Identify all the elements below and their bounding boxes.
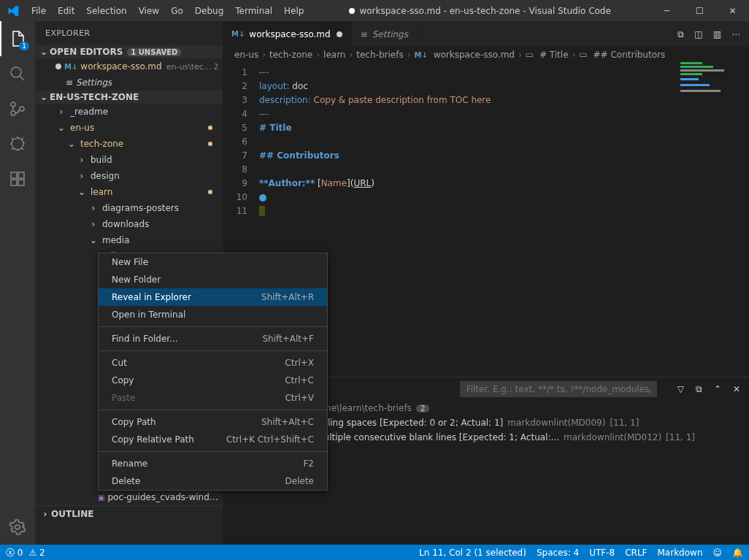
window-title: workspace-sso.md - en-us-tech-zone - Vis… <box>310 6 650 16</box>
open-editor-item[interactable]: ≡ Settings <box>35 74 223 91</box>
tab-settings[interactable]: ≡ Settings <box>352 21 418 47</box>
svg-point-2 <box>11 111 15 115</box>
settings-gear-icon[interactable] <box>0 510 35 545</box>
minimize-button[interactable]: ─ <box>650 0 683 21</box>
separator <box>99 326 327 327</box>
menu-debug[interactable]: Debug <box>189 2 229 20</box>
chevron-down-icon: ⌄ <box>66 139 77 149</box>
folder-item[interactable]: ⌄en-us <box>35 120 223 136</box>
ctx-delete[interactable]: DeleteDelete <box>99 472 327 490</box>
svg-rect-16 <box>680 90 721 92</box>
markdown-file-icon: M↓ <box>414 51 427 59</box>
ctx-cut[interactable]: CutCtrl+X <box>99 354 327 372</box>
editor-actions: ⧉ ◫ ▥ ⋯ <box>669 21 749 47</box>
workspace-header[interactable]: ⌄ EN-US-TECH-ZONE <box>35 91 223 104</box>
settings-icon: ≡ <box>361 29 368 39</box>
explorer-badge: 1 <box>19 42 29 50</box>
svg-point-9 <box>15 525 20 529</box>
chevron-up-icon[interactable]: ⌃ <box>714 384 721 394</box>
tab-bar: M↓ workspace-sso.md ≡ Settings ⧉ ◫ ▥ ⋯ <box>223 21 749 47</box>
open-preview-icon[interactable]: ⧉ <box>677 29 684 39</box>
menu-help[interactable]: Help <box>278 2 310 20</box>
open-preview-side-icon[interactable]: ◫ <box>694 29 702 39</box>
separator <box>99 350 327 351</box>
menu-file[interactable]: File <box>26 2 52 20</box>
language-status[interactable]: Markdown <box>658 548 703 558</box>
open-editor-item[interactable]: M↓ workspace-sso.md en-us\tec... 2 <box>35 58 223 74</box>
source-control-activity-icon[interactable] <box>0 91 35 126</box>
problems-filter-input[interactable] <box>460 381 657 397</box>
outline-header[interactable]: ›OUTLINE <box>35 505 223 522</box>
folder-item[interactable]: ⌄learn <box>35 184 223 200</box>
heading-icon: ▭ <box>526 50 534 60</box>
menu-selection[interactable]: Selection <box>80 2 132 20</box>
vscode-logo-icon <box>0 5 26 17</box>
ctx-rename[interactable]: RenameF2 <box>99 455 327 472</box>
folder-item[interactable]: ›diagrams-posters <box>35 200 223 216</box>
ctx-copy-path[interactable]: Copy PathShift+Alt+C <box>99 413 327 431</box>
ctx-copy[interactable]: CopyCtrl+C <box>99 372 327 389</box>
ctx-reveal-in-explorer[interactable]: Reveal in ExplorerShift+Alt+R <box>99 288 327 306</box>
modified-indicator-icon <box>208 126 212 130</box>
lightbulb-icon[interactable] <box>259 194 266 202</box>
modified-indicator-icon <box>208 190 212 194</box>
split-editor-icon[interactable]: ▥ <box>713 29 721 39</box>
notifications-icon[interactable]: 🔔 <box>732 548 743 558</box>
search-activity-icon[interactable] <box>0 56 35 91</box>
folder-item[interactable]: ⌄media <box>35 232 223 248</box>
markdown-file-icon: M↓ <box>231 30 245 38</box>
unsaved-dot-icon <box>349 8 355 14</box>
indentation-status[interactable]: Spaces: 4 <box>537 548 579 558</box>
chevron-right-icon: › <box>76 155 88 165</box>
chevron-right-icon: › <box>88 219 99 229</box>
svg-rect-13 <box>680 73 702 75</box>
unsaved-badge: 1 UNSAVED <box>127 48 181 56</box>
menu-view[interactable]: View <box>133 2 165 20</box>
close-button[interactable]: ✕ <box>716 0 749 21</box>
extensions-activity-icon[interactable] <box>0 161 35 196</box>
cursor-position-status[interactable]: Ln 11, Col 2 (1 selected) <box>419 548 526 558</box>
activity-bar: 1 <box>0 21 35 545</box>
ctx-new-file[interactable]: New File <box>99 253 327 271</box>
menu-go[interactable]: Go <box>165 2 189 20</box>
explorer-activity-icon[interactable]: 1 <box>0 21 35 56</box>
encoding-status[interactable]: UTF-8 <box>589 548 615 558</box>
editor-content[interactable]: --- layout: doc description: Copy & past… <box>259 63 749 377</box>
menu-edit[interactable]: Edit <box>52 2 80 20</box>
folder-item[interactable]: ›downloads <box>35 216 223 232</box>
warnings-status[interactable]: ⚠ 2 <box>28 548 45 558</box>
ctx-new-folder[interactable]: New Folder <box>99 271 327 288</box>
close-panel-icon[interactable]: ✕ <box>733 384 740 394</box>
minimap[interactable] <box>680 62 739 135</box>
chevron-down-icon: ⌄ <box>76 187 88 197</box>
debug-activity-icon[interactable] <box>0 126 35 161</box>
maximize-button[interactable]: ☐ <box>683 0 716 21</box>
modified-indicator-icon <box>208 142 212 146</box>
chevron-down-icon: ⌄ <box>38 47 50 57</box>
more-actions-icon[interactable]: ⋯ <box>731 29 740 39</box>
tab-workspace-sso[interactable]: M↓ workspace-sso.md <box>223 21 352 47</box>
feedback-icon[interactable]: ☺ <box>712 548 722 558</box>
eol-status[interactable]: CRLF <box>625 548 647 558</box>
svg-rect-7 <box>11 180 17 185</box>
collapse-all-icon[interactable]: ⧉ <box>696 384 702 394</box>
folder-item[interactable]: ›design <box>35 168 223 184</box>
breadcrumbs[interactable]: en-us› tech-zone› learn› tech-briefs› M↓… <box>223 47 749 63</box>
folder-item[interactable]: ›build <box>35 152 223 168</box>
folder-item[interactable]: ›_readme <box>35 104 223 120</box>
file-item[interactable]: ▣poc-guides_cvads-windows-vir... <box>35 489 223 505</box>
chevron-right-icon: › <box>39 509 51 519</box>
menu-terminal[interactable]: Terminal <box>229 2 278 20</box>
open-editors-header[interactable]: ⌄ OPEN EDITORS 1 UNSAVED <box>35 45 223 58</box>
titlebar: File Edit Selection View Go Debug Termin… <box>0 0 749 21</box>
filter-icon[interactable]: ▽ <box>677 384 684 394</box>
folder-item[interactable]: ⌄tech-zone <box>35 136 223 152</box>
errors-status[interactable]: ⓧ 0 <box>6 547 23 559</box>
count-badge: 2 <box>416 404 429 413</box>
svg-rect-10 <box>680 62 702 64</box>
window-controls: ─ ☐ ✕ <box>650 0 749 21</box>
ctx-copy-relative-path[interactable]: Copy Relative PathCtrl+K Ctrl+Shift+C <box>99 431 327 448</box>
ctx-open-in-terminal[interactable]: Open in Terminal <box>99 306 327 323</box>
ctx-find-in-folder[interactable]: Find in Folder...Shift+Alt+F <box>99 330 327 348</box>
svg-rect-14 <box>680 78 699 80</box>
